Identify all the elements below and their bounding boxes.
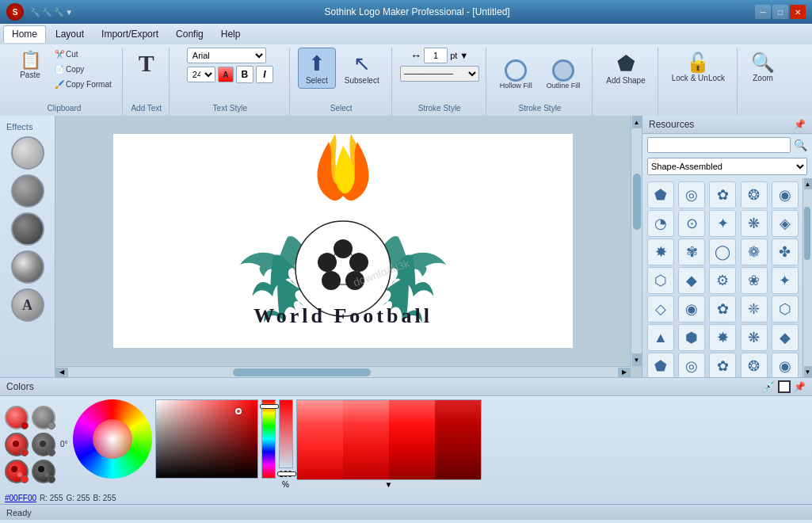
shape-item[interactable]: ✸ [647,239,674,265]
add-text-button[interactable]: T [131,48,162,81]
menu-import-export[interactable]: Import/Export [93,26,166,42]
preset-gray-filled[interactable] [32,406,55,429]
shape-item[interactable]: ✾ [678,239,705,265]
shape-item[interactable]: ◉ [772,181,799,208]
scroll-thumb-v[interactable] [633,174,641,230]
shape-item[interactable]: ◯ [709,239,736,265]
shape-item[interactable]: ❂ [741,181,768,208]
shape-item[interactable]: ✤ [772,239,799,265]
shapes-scroll-thumb[interactable] [804,207,810,260]
subselect-button[interactable]: ↖ Subselect [339,48,385,89]
shape-item[interactable]: ▲ [647,324,674,351]
scroll-left-button[interactable]: ◀ [55,368,68,377]
shapes-scroll-up[interactable]: ▲ [804,178,812,189]
close-button[interactable]: ✕ [790,5,806,19]
canvas-white[interactable]: World Football download3k [113,134,573,348]
swatch-4[interactable] [435,400,481,479]
shape-item[interactable]: ✸ [709,324,736,351]
swatches-expand-button[interactable]: ▼ [297,479,481,489]
shape-item[interactable]: ◉ [678,296,705,323]
color-gradient-box[interactable] [155,399,258,479]
preset-red-filled[interactable] [5,406,29,429]
stroke-dropdown-arrow[interactable]: ▼ [459,51,468,60]
shape-item[interactable]: ◉ [772,353,799,377]
alpha-strip[interactable] [279,399,293,468]
shape-item[interactable]: ◔ [647,210,674,237]
swatch-3[interactable] [389,400,435,479]
shape-item[interactable]: ❁ [741,239,768,265]
font-color-button[interactable]: A [218,67,234,82]
shape-item[interactable]: ◎ [678,181,705,208]
eyedropper-icon[interactable]: 💉 [761,380,775,393]
scroll-up-button[interactable]: ▲ [632,116,642,128]
copy-format-button[interactable]: 🖌️ Copy Format [51,78,116,91]
scroll-down-button[interactable]: ▼ [632,353,642,366]
outline-fill-button[interactable]: Outline Fill [541,55,586,94]
scroll-right-button[interactable]: ▶ [618,368,631,377]
hue-strip[interactable] [261,399,276,479]
shape-item[interactable]: ⚙ [709,267,736,294]
effect-circle-1[interactable] [11,136,44,170]
color-wheel-container[interactable] [73,399,152,479]
font-family-select[interactable]: Arial [187,48,266,63]
maximize-button[interactable]: □ [772,5,788,19]
shape-item[interactable]: ❈ [741,296,768,323]
search-icon[interactable]: 🔍 [794,139,807,151]
shape-item[interactable]: ⬟ [647,181,674,208]
cut-button[interactable]: ✂️ Cut [51,48,116,61]
minimize-button[interactable]: ─ [755,5,771,19]
shape-item[interactable]: ◆ [678,267,705,294]
bold-button[interactable]: B [236,66,254,83]
shape-item[interactable]: ⊙ [678,210,705,237]
preset-dark-gray[interactable] [32,433,55,456]
copy-button[interactable]: 📄 Copy [51,63,116,76]
paste-button[interactable]: 📋 Paste [13,48,48,83]
pin-button[interactable]: 📌 [794,119,806,130]
lock-unlock-button[interactable]: 🔓 Lock & UnLock [666,48,730,86]
colors-pin-button[interactable]: 📌 [794,381,806,392]
color-hex-link[interactable]: #00FF00 [5,494,36,502]
shapes-scroll-track[interactable] [804,189,812,366]
scroll-track-h[interactable] [68,368,618,376]
effect-circle-3[interactable] [11,212,44,246]
effect-circle-4[interactable] [11,250,44,284]
select-button[interactable]: ⬆ Select [298,48,336,89]
menu-help[interactable]: Help [213,26,249,42]
shape-category-select[interactable]: Shape-AssembledShape-BasicShape-Complex [647,158,807,175]
scrollbar-horizontal[interactable]: ◀ ▶ [55,366,631,377]
shape-item[interactable]: ❋ [741,210,768,237]
zoom-button[interactable]: 🔍 Zoom [745,48,780,86]
shape-item[interactable]: ❋ [741,324,768,351]
shape-item[interactable]: ◈ [772,210,799,237]
shape-item[interactable]: ❂ [741,353,768,377]
resources-search-input[interactable] [647,137,791,153]
shape-item[interactable]: ✿ [709,296,736,323]
shape-item[interactable]: ⬡ [647,267,674,294]
swatch-2[interactable] [343,400,389,479]
shape-item[interactable]: ◎ [678,353,705,377]
preset-dark-red[interactable] [5,433,29,456]
shape-item[interactable]: ❀ [741,267,768,294]
preset-medium-red[interactable] [5,460,29,483]
shape-item[interactable]: ⬢ [678,324,705,351]
shape-item[interactable]: ◆ [772,324,799,351]
menu-config[interactable]: Config [168,26,212,42]
menu-home[interactable]: Home [3,25,46,43]
hollow-fill-button[interactable]: Hollow Fill [494,55,538,94]
shape-item[interactable]: ⬟ [647,353,674,377]
shape-item[interactable]: ◇ [647,296,674,323]
color-wheel[interactable] [73,399,152,479]
scroll-track-v[interactable] [633,128,641,353]
preset-black[interactable] [32,460,55,483]
shapes-scroll-down[interactable]: ▼ [804,366,812,377]
swatch-1[interactable] [297,400,343,479]
menu-layout[interactable]: Layout [48,26,92,42]
add-shape-button[interactable]: ⬟ Add Shape [600,48,651,89]
scroll-thumb-h[interactable] [233,368,371,376]
shape-item[interactable]: ✿ [709,353,736,377]
font-size-select[interactable]: 24 [187,67,215,82]
shape-item[interactable]: ⬡ [772,296,799,323]
text-effect-circle[interactable]: A [11,288,44,322]
shapes-scrollbar-v[interactable]: ▲ ▼ [802,178,812,377]
effect-circle-2[interactable] [11,174,44,208]
